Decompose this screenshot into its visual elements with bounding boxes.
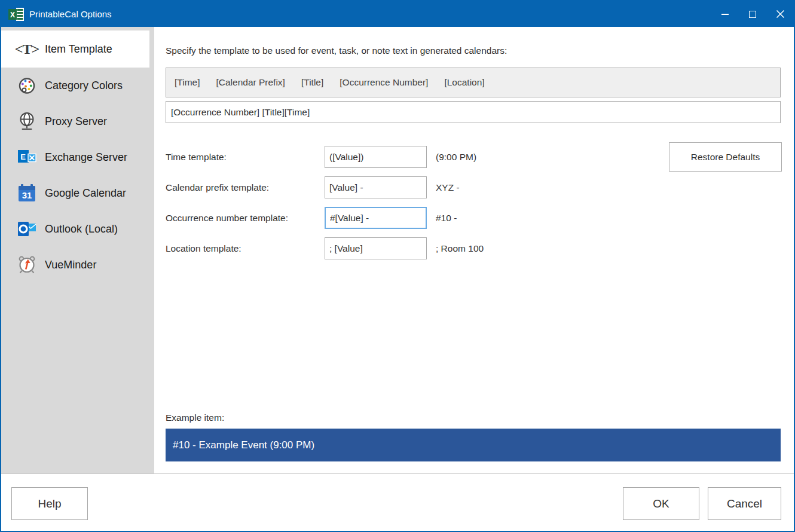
sidebar-item-label: Google Calendar bbox=[45, 187, 126, 200]
token-time[interactable]: [Time] bbox=[175, 77, 200, 88]
time-template-label: Time template: bbox=[166, 152, 325, 163]
item-template-icon: <T> bbox=[16, 38, 38, 60]
location-template-example: ; Room 100 bbox=[436, 243, 484, 254]
sidebar-item-label: Item Template bbox=[45, 43, 112, 56]
calendar-prefix-template-input[interactable] bbox=[325, 176, 427, 198]
item-template-panel: Specify the template to be used for even… bbox=[154, 27, 794, 473]
footer: Help OK Cancel bbox=[1, 473, 794, 531]
minimize-icon bbox=[721, 14, 729, 15]
window-title: PrintableCal Options bbox=[29, 9, 112, 19]
sidebar-item-exchange-server[interactable]: E Exchange Server bbox=[1, 139, 154, 175]
sidebar-item-label: Outlook (Local) bbox=[45, 223, 118, 236]
occurrence-number-template-label: Occurrence number template: bbox=[166, 213, 325, 224]
calendar-prefix-template-label: Calendar prefix template: bbox=[166, 182, 325, 193]
time-template-input[interactable] bbox=[325, 146, 427, 168]
token-calendar-prefix[interactable]: [Calendar Prefix] bbox=[216, 77, 285, 88]
sidebar-item-label: Exchange Server bbox=[45, 151, 127, 164]
occurrence-number-template-example: #10 - bbox=[436, 213, 457, 224]
printablecal-app-icon: X bbox=[8, 8, 24, 21]
sidebar-item-vueminder[interactable]: VueMinder bbox=[1, 247, 154, 283]
cancel-button[interactable]: Cancel bbox=[708, 487, 781, 520]
maximize-icon bbox=[749, 11, 756, 18]
printablecal-options-dialog: X PrintableCal Options <T> Item Template bbox=[0, 0, 795, 532]
alarm-clock-icon bbox=[16, 253, 38, 276]
location-template-input[interactable] bbox=[325, 237, 427, 259]
maximize-button[interactable] bbox=[739, 1, 766, 27]
token-location[interactable]: [Location] bbox=[444, 77, 484, 88]
outlook-icon bbox=[16, 218, 38, 240]
instruction-text: Specify the template to be used for even… bbox=[166, 45, 507, 56]
item-template-input[interactable] bbox=[166, 101, 781, 123]
sidebar-item-google-calendar[interactable]: 31 Google Calendar bbox=[1, 175, 154, 211]
sidebar-item-label: Category Colors bbox=[45, 80, 123, 92]
occurrence-number-template-input[interactable] bbox=[325, 207, 427, 229]
sidebar-item-proxy-server[interactable]: Proxy Server bbox=[1, 103, 154, 139]
sidebar-item-category-colors[interactable]: Category Colors bbox=[1, 68, 154, 103]
help-button[interactable]: Help bbox=[11, 487, 88, 520]
sidebar-item-outlook-local[interactable]: Outlook (Local) bbox=[1, 211, 154, 247]
sidebar-item-label: VueMinder bbox=[45, 259, 96, 271]
palette-icon bbox=[16, 74, 38, 97]
ok-button[interactable]: OK bbox=[623, 487, 699, 520]
token-bar: [Time] [Calendar Prefix] [Title] [Occurr… bbox=[166, 68, 781, 97]
sidebar: <T> Item Template Category Colors bbox=[1, 27, 154, 473]
token-title[interactable]: [Title] bbox=[301, 77, 323, 88]
calendar-prefix-template-row: Calendar prefix template: XYZ - bbox=[166, 176, 460, 198]
sidebar-item-item-template[interactable]: <T> Item Template bbox=[1, 30, 149, 68]
token-occurrence-number[interactable]: [Occurrence Number] bbox=[340, 77, 428, 88]
time-template-row: Time template: (9:00 PM) bbox=[166, 146, 476, 168]
time-template-example: (9:00 PM) bbox=[436, 152, 476, 163]
example-item-label: Example item: bbox=[166, 412, 224, 423]
restore-defaults-button[interactable]: Restore Defaults bbox=[669, 142, 782, 172]
titlebar: X PrintableCal Options bbox=[1, 1, 794, 27]
close-button[interactable] bbox=[766, 1, 794, 27]
svg-text:E: E bbox=[20, 152, 26, 161]
location-template-row: Location template: ; Room 100 bbox=[166, 237, 484, 259]
close-icon bbox=[776, 10, 785, 19]
example-item-preview: #10 - Example Event (9:00 PM) bbox=[166, 429, 781, 461]
exchange-icon: E bbox=[16, 146, 38, 169]
window-controls bbox=[711, 1, 794, 27]
sidebar-item-label: Proxy Server bbox=[45, 115, 107, 128]
svg-text:X: X bbox=[10, 11, 15, 19]
google-calendar-icon: 31 bbox=[16, 182, 38, 204]
location-template-label: Location template: bbox=[166, 243, 325, 254]
occurrence-number-template-row: Occurrence number template: #10 - bbox=[166, 207, 457, 229]
calendar-prefix-template-example: XYZ - bbox=[436, 182, 460, 193]
svg-text:31: 31 bbox=[22, 190, 32, 200]
minimize-button[interactable] bbox=[711, 1, 739, 27]
globe-icon bbox=[16, 110, 38, 133]
